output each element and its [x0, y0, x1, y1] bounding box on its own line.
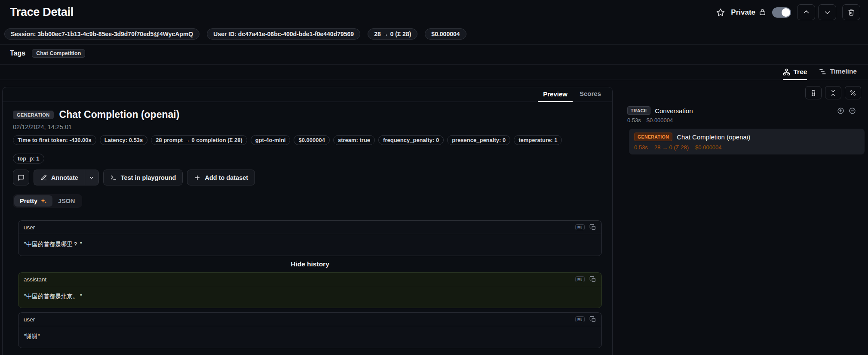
- chevron-up-icon: [803, 9, 810, 16]
- metric-pills: Time to first token: -430.00s Latency: 0…: [13, 135, 602, 164]
- user-id-badge[interactable]: User ID: dc47a41e-06bc-400d-bde1-f0e440d…: [207, 28, 360, 40]
- token-usage-badge: 28 → 0 (Σ 28): [368, 28, 417, 40]
- chevron-down-icon: [824, 9, 831, 16]
- message-header: user M↓: [18, 313, 601, 326]
- pill-model: gpt-4o-mini: [251, 135, 291, 145]
- privacy-toggle[interactable]: [772, 7, 791, 18]
- trace-cost: $0.000004: [647, 117, 673, 123]
- scores-toggle-button[interactable]: [805, 86, 822, 99]
- page-title: Trace Detail: [10, 6, 74, 19]
- generation-node-selected[interactable]: GENERATION Chat Completion (openai) 0.53…: [629, 129, 865, 154]
- generation-timestamp: 02/12/2024, 14:25:01: [13, 123, 602, 130]
- annotate-split-button: Annotate: [34, 170, 99, 185]
- pill-top-p: top_p: 1: [13, 154, 44, 164]
- playground-button[interactable]: Test in playground: [103, 170, 183, 185]
- tag-chip[interactable]: Chat Competition: [32, 49, 85, 58]
- tab-timeline[interactable]: Timeline: [819, 68, 857, 80]
- add-to-dataset-button[interactable]: Add to dataset: [187, 170, 255, 185]
- pill-temperature: temperature: 1: [514, 135, 562, 145]
- playground-label: Test in playground: [121, 174, 176, 181]
- message-tools: M↓: [575, 224, 596, 231]
- generation-node-header: GENERATION Chat Completion (openai): [634, 133, 859, 141]
- star-icon: [716, 8, 725, 17]
- pill-frequency-penalty: frequency_penalty: 0: [378, 135, 444, 145]
- message-header: assistant M↓: [18, 273, 601, 286]
- annotate-button[interactable]: Annotate: [34, 170, 85, 185]
- bookmark-button[interactable]: [716, 8, 725, 17]
- markdown-icon[interactable]: M↓: [575, 224, 585, 230]
- pill-time-to-first-token: Time to first token: -430.00s: [13, 135, 96, 145]
- trace-title: Conversation: [655, 107, 833, 114]
- collapse-node-button[interactable]: [849, 107, 856, 114]
- tab-scores[interactable]: Scores: [574, 87, 606, 102]
- format-pretty-label: Pretty: [20, 198, 37, 204]
- copy-icon: [589, 276, 596, 283]
- pen-icon: [40, 174, 47, 181]
- generation-header: GENERATION Chat Completion (openai): [13, 109, 602, 120]
- markdown-icon[interactable]: M↓: [575, 316, 585, 322]
- timeline-icon: [819, 68, 826, 75]
- tags-label: Tags: [10, 49, 25, 57]
- expand-all-button[interactable]: [837, 107, 844, 114]
- pill-cost: $0.000004: [294, 135, 329, 145]
- trash-icon: [848, 9, 855, 16]
- session-badge[interactable]: Session: 3bb00ec7-1b13-4c9b-85ee-3d9d70f…: [4, 28, 199, 40]
- header-actions: Private: [716, 4, 860, 20]
- delete-trace-button[interactable]: [842, 4, 860, 20]
- terminal-icon: [110, 174, 117, 181]
- copy-button[interactable]: [589, 276, 596, 283]
- observation-preview-card: Preview Scores GENERATION Chat Completio…: [2, 87, 613, 355]
- previous-trace-button[interactable]: [797, 4, 815, 20]
- minus-circle-icon: [849, 107, 856, 114]
- message-tools: M↓: [575, 316, 596, 323]
- tab-preview[interactable]: Preview: [538, 87, 573, 102]
- trace-stats: 0.53s $0.000004: [626, 117, 865, 123]
- format-json[interactable]: JSON: [52, 195, 81, 207]
- tab-timeline-label: Timeline: [830, 68, 857, 75]
- generation-duration: 0.53s: [634, 144, 648, 151]
- message-header: user M↓: [18, 221, 601, 234]
- plus-icon: [194, 174, 201, 181]
- message-role: user: [24, 316, 35, 323]
- annotate-dropdown-button[interactable]: [85, 170, 99, 185]
- message-card-user-1: user M↓ "中国的首都是哪里？ ": [18, 220, 602, 256]
- message-content: "中国的首都是哪里？ ": [18, 234, 601, 256]
- view-tabs: Tree Timeline: [0, 65, 868, 80]
- trace-node[interactable]: TRACE Conversation: [626, 106, 865, 115]
- generation-cost: $0.000004: [695, 144, 721, 151]
- tab-tree-label: Tree: [794, 68, 807, 76]
- tags-row: Tags Chat Competition: [0, 44, 868, 65]
- format-json-label: JSON: [58, 198, 75, 204]
- copy-icon: [589, 316, 596, 323]
- comment-button[interactable]: [13, 170, 29, 185]
- message-card-assistant: assistant M↓ "中国的首都是北京。 ": [18, 272, 602, 308]
- generation-title: Chat Completion (openai): [59, 109, 180, 120]
- action-bar: Annotate Test in playground: [13, 170, 602, 185]
- privacy-label: Private: [731, 8, 755, 17]
- message-role: user: [24, 224, 35, 231]
- toggle-knob: [782, 8, 790, 17]
- tab-tree[interactable]: Tree: [783, 68, 807, 80]
- next-trace-button[interactable]: [818, 4, 836, 20]
- percent-icon: [850, 90, 856, 96]
- format-toggle: Pretty JSON: [13, 194, 82, 208]
- pill-presence-penalty: presence_penalty: 0: [447, 135, 510, 145]
- message-tools: M↓: [575, 276, 596, 283]
- tree-toolbar: [626, 86, 865, 99]
- format-pretty[interactable]: Pretty: [14, 195, 52, 207]
- collapse-all-button[interactable]: [825, 86, 841, 99]
- metrics-toggle-button[interactable]: [845, 86, 861, 99]
- hide-history-button[interactable]: Hide history: [18, 260, 602, 268]
- tree-icon: [783, 68, 790, 76]
- generation-node-badge: GENERATION: [634, 133, 672, 141]
- trace-duration: 0.53s: [627, 117, 641, 123]
- copy-button[interactable]: [589, 224, 596, 231]
- markdown-icon[interactable]: M↓: [575, 276, 585, 282]
- dropdown-chevron-icon: [89, 175, 95, 181]
- copy-button[interactable]: [589, 316, 596, 323]
- trace-detail-page: Trace Detail Private: [0, 0, 868, 355]
- pill-token-usage: 28 prompt → 0 completion (Σ 28): [151, 135, 247, 145]
- copy-icon: [589, 224, 596, 231]
- trace-type-badge: TRACE: [627, 106, 650, 115]
- privacy-status: Private: [731, 8, 766, 17]
